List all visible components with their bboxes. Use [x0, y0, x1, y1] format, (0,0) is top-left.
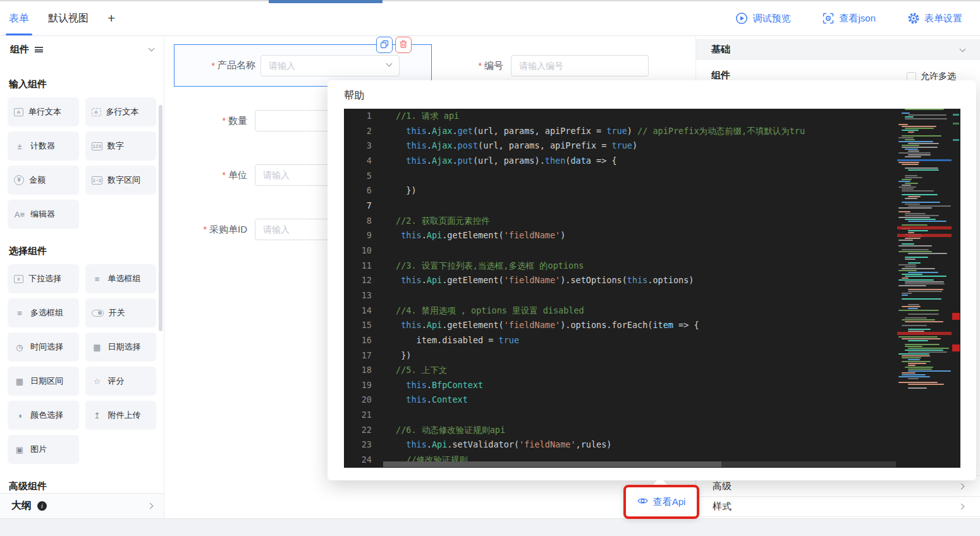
chip-label: 日期区间 [30, 375, 63, 387]
section-title: 高级组件 [9, 480, 155, 492]
outline-bar[interactable]: 大纲 i [0, 493, 164, 518]
debug-preview-label: 调试预览 [752, 13, 790, 25]
ruler-mark-teal [953, 114, 959, 116]
file-upload-icon: ↥ [92, 411, 103, 420]
rating-chip[interactable]: ☆评分 [85, 367, 157, 396]
counter-chip[interactable]: ±计数器 [8, 131, 79, 161]
copy-icon [380, 40, 389, 51]
chip-label: 多选框组 [30, 307, 63, 319]
view-api-label: 查看Api [653, 496, 686, 508]
chip-label: 日期选择 [108, 341, 141, 353]
checkbox-group-chip[interactable]: ≡多选框组 [8, 298, 79, 327]
field-label-wrap: * 单位 [171, 169, 255, 181]
sidebar-sections: 输入组件A单行文本A多行文本±计数器123数字¥金额1~3数字区间A≡编辑器选择… [0, 78, 164, 492]
dropdown-select-chip[interactable]: ∨下拉选择 [8, 264, 79, 293]
code-line: this.Context [396, 393, 896, 408]
single-line-text-chip[interactable]: A单行文本 [8, 97, 79, 126]
view-json-button[interactable]: 查看json [818, 11, 879, 25]
view-json-label: 查看json [839, 13, 876, 25]
code-line: this.Api.setValidator('fieldName',rules) [396, 437, 896, 453]
play-circle-icon [735, 12, 748, 25]
header-actions: 调试预览 查看json 表单设置 [732, 11, 966, 25]
code-line: //5. 上下文 [396, 363, 896, 378]
sidebar-scrollbar[interactable] [159, 105, 162, 331]
field-label-wrap: * 采购单ID [171, 224, 255, 236]
basic-section-header[interactable]: 基础 [696, 39, 980, 60]
overview-ruler [952, 109, 960, 468]
color-picker-icon: ◑ [14, 411, 25, 420]
chip-label: 颜色选择 [30, 410, 63, 421]
image-chip[interactable]: ▣图片 [8, 435, 79, 464]
view-api-button[interactable]: 查看Api [623, 485, 699, 519]
code-line: this.BfpContext [396, 378, 896, 393]
required-mark: * [223, 170, 226, 180]
delete-field-button[interactable] [395, 37, 412, 53]
code-editor[interactable]: 123456789101112131415161718192021222324 … [344, 109, 960, 468]
amount-chip[interactable]: ¥金额 [8, 166, 79, 195]
file-upload-chip[interactable]: ↥附件上传 [85, 401, 157, 430]
number-range-icon: 1~3 [92, 176, 103, 185]
chip-label: 多行文本 [106, 106, 139, 118]
code-line: //1. 请求 api [396, 109, 896, 124]
minimap-highlight-blue [897, 159, 952, 161]
switch-chip[interactable]: 开关 [85, 298, 157, 327]
code-line [396, 169, 896, 184]
multi-line-text-chip[interactable]: A多行文本 [85, 97, 157, 126]
basic-section-label: 基础 [711, 44, 730, 56]
tab-form[interactable]: 表单 [9, 1, 29, 35]
copy-field-button[interactable] [376, 37, 393, 53]
info-icon: i [37, 501, 47, 511]
time-picker-icon: ◷ [14, 343, 25, 352]
number-input[interactable] [511, 55, 649, 76]
code-line: this.Api.getElement('fieldName').setOpti… [396, 273, 896, 288]
debug-preview-button[interactable]: 调试预览 [732, 11, 794, 25]
eye-icon [637, 496, 648, 508]
horizontal-scrollbar[interactable] [383, 461, 896, 467]
time-picker-chip[interactable]: ◷时间选择 [8, 332, 79, 362]
editor-minimap[interactable] [897, 109, 952, 468]
number-range-chip[interactable]: 1~3数字区间 [85, 166, 157, 195]
number-icon: 123 [92, 142, 102, 150]
date-range-chip[interactable]: ▦日期区间 [8, 367, 79, 396]
number-chip[interactable]: 123数字 [85, 131, 157, 161]
ruler-error-mark [952, 344, 960, 351]
popover-arrow [653, 477, 667, 485]
trash-icon [399, 40, 408, 51]
radio-group-chip[interactable]: ≡单选框组 [85, 264, 157, 293]
style-label: 样式 [713, 501, 732, 513]
ruler-mark-teal [953, 139, 959, 141]
code-line: }) [396, 183, 896, 198]
code-line [396, 198, 896, 214]
minimap-highlight-red [897, 332, 952, 335]
image-icon: ▣ [14, 445, 25, 454]
code-line: this.Ajax.get(url, params, apiPrefix = t… [396, 124, 896, 139]
product-name-input[interactable] [260, 55, 400, 76]
add-view-tab[interactable]: + [107, 1, 115, 35]
date-picker-chip[interactable]: ▦日期选择 [85, 332, 157, 362]
field-number[interactable]: * 编号 [430, 55, 649, 76]
sidebar-title: 组件 [10, 44, 29, 56]
chip-label: 图片 [30, 444, 47, 455]
form-settings-button[interactable]: 表单设置 [903, 11, 966, 25]
advanced-label: 高级 [713, 480, 732, 492]
code-line [396, 288, 896, 303]
field-actions [376, 37, 412, 53]
tab-default-view[interactable]: 默认视图 [48, 1, 89, 35]
top-hairline [0, 0, 980, 1]
field-label: 单位 [228, 169, 247, 181]
code-line: //6. 动态修改验证规则api [396, 423, 896, 438]
menu-icon [35, 47, 43, 52]
minimap-highlight-red [897, 226, 952, 229]
style-section-row[interactable]: 样式 [696, 496, 980, 517]
date-range-icon: ▦ [14, 377, 25, 386]
editor-chip[interactable]: A≡编辑器 [8, 200, 79, 229]
code-line: this.Api.getElement('fieldName') [396, 228, 896, 243]
ruler-error-mark [952, 313, 960, 320]
chevron-down-icon[interactable] [149, 46, 155, 52]
chip-label: 下拉选择 [28, 273, 61, 284]
chip-label: 单行文本 [28, 106, 61, 118]
color-picker-chip[interactable]: ◑颜色选择 [8, 401, 79, 430]
top-bar: 表单 默认视图 + 调试预览 查看json 表单设置 [0, 1, 980, 36]
chip-label: 编辑器 [30, 209, 55, 220]
product-name-select[interactable] [260, 55, 400, 76]
